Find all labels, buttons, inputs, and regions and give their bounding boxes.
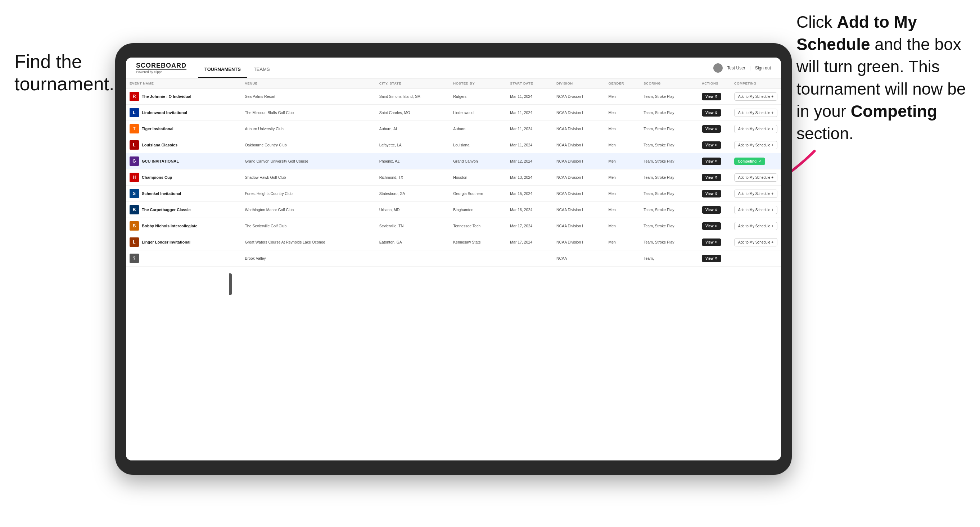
- hosted-cell: Tennessee Tech: [450, 218, 506, 234]
- view-button[interactable]: View ⊙: [702, 93, 722, 100]
- add-schedule-button[interactable]: Add to My Schedule +: [734, 141, 777, 149]
- tab-tournaments[interactable]: TOURNAMENTS: [198, 57, 247, 78]
- gender-cell: [605, 250, 640, 267]
- date-cell: Mar 17, 2024: [506, 218, 553, 234]
- event-name-cell: L Lindenwood Invitational: [126, 105, 241, 121]
- user-name: Test User: [727, 65, 745, 70]
- division-cell: NCAA Division I: [553, 234, 605, 250]
- venue-cell: Oakbourne Country Club: [241, 137, 375, 153]
- date-cell: Mar 13, 2024: [506, 170, 553, 186]
- view-button[interactable]: View ⊙: [702, 206, 722, 214]
- venue-cell: Forest Heights Country Club: [241, 186, 375, 202]
- add-schedule-button[interactable]: Add to My Schedule +: [734, 190, 777, 198]
- date-cell: Mar 11, 2024: [506, 89, 553, 105]
- date-cell: [506, 250, 553, 267]
- competing-cell: Add to My Schedule +: [730, 218, 781, 234]
- scoring-cell: Team, Stroke Play: [640, 170, 698, 186]
- competing-cell: Add to My Schedule +: [730, 121, 781, 137]
- hosted-cell: [450, 250, 506, 267]
- venue-cell: Sea Palms Resort: [241, 89, 375, 105]
- city-cell: Phoenix, AZ: [376, 153, 450, 170]
- city-cell: Saint Simons Island, GA: [376, 89, 450, 105]
- actions-cell: View ⊙: [698, 186, 730, 202]
- view-button[interactable]: View ⊙: [702, 141, 722, 149]
- view-button[interactable]: View ⊙: [702, 222, 722, 230]
- avatar: [713, 63, 723, 73]
- venue-cell: The Missouri Bluffs Golf Club: [241, 105, 375, 121]
- date-cell: Mar 16, 2024: [506, 202, 553, 218]
- date-cell: Mar 15, 2024: [506, 186, 553, 202]
- date-cell: Mar 11, 2024: [506, 121, 553, 137]
- venue-cell: Worthington Manor Golf Club: [241, 202, 375, 218]
- event-name: Bobby Nichols Intercollegiate: [142, 224, 197, 228]
- team-logo: B: [130, 205, 139, 214]
- view-button[interactable]: View ⊙: [702, 255, 722, 262]
- add-schedule-button[interactable]: Add to My Schedule +: [734, 173, 777, 182]
- view-button[interactable]: View ⊙: [702, 157, 722, 165]
- logo-area: SCOREBOARD Powered by clippd: [136, 62, 186, 74]
- event-name-cell: S Schenkel Invitational: [126, 186, 241, 202]
- gender-cell: Men: [605, 89, 640, 105]
- view-button[interactable]: View ⊙: [702, 174, 722, 181]
- event-name: The Carpetbagger Classic: [142, 208, 191, 212]
- view-button[interactable]: View ⊙: [702, 190, 722, 197]
- event-name: Tiger Invitational: [142, 127, 173, 131]
- event-name-cell: G GCU INVITATIONAL: [126, 153, 241, 170]
- col-venue: VENUE: [241, 78, 375, 89]
- add-schedule-button[interactable]: Add to My Schedule +: [734, 92, 777, 101]
- add-schedule-button[interactable]: Add to My Schedule +: [734, 238, 777, 246]
- col-event-name: EVENT NAME: [126, 78, 241, 89]
- event-name-cell: T Tiger Invitational: [126, 121, 241, 137]
- event-name-cell: ?: [126, 250, 241, 267]
- table-row: ? Brook ValleyNCAATeam,View ⊙: [126, 250, 781, 267]
- competing-cell: Add to My Schedule +: [730, 137, 781, 153]
- hosted-cell: Binghamton: [450, 202, 506, 218]
- date-cell: Mar 17, 2024: [506, 234, 553, 250]
- table-row: S Schenkel Invitational Forest Heights C…: [126, 186, 781, 202]
- app-header: SCOREBOARD Powered by clippd TOURNAMENTS…: [126, 57, 781, 78]
- team-logo: L: [130, 108, 139, 117]
- competing-cell: Add to My Schedule +: [730, 105, 781, 121]
- event-name: Lindenwood Invitational: [142, 110, 187, 115]
- add-schedule-button[interactable]: Add to My Schedule +: [734, 109, 777, 117]
- actions-cell: View ⊙: [698, 234, 730, 250]
- city-cell: [376, 250, 450, 267]
- division-cell: NCAA Division I: [553, 202, 605, 218]
- tablet-screen: SCOREBOARD Powered by clippd TOURNAMENTS…: [126, 57, 781, 460]
- gender-cell: Men: [605, 137, 640, 153]
- gender-cell: Men: [605, 105, 640, 121]
- signout-link[interactable]: Sign out: [755, 65, 771, 70]
- add-schedule-button[interactable]: Add to My Schedule +: [734, 206, 777, 214]
- venue-cell: The Sevierville Golf Club: [241, 218, 375, 234]
- nav-tabs: TOURNAMENTS TEAMS: [198, 57, 277, 78]
- city-cell: Lafayette, LA: [376, 137, 450, 153]
- table-row: G GCU INVITATIONAL Grand Canyon Universi…: [126, 153, 781, 170]
- add-schedule-button[interactable]: Add to My Schedule +: [734, 222, 777, 230]
- add-schedule-button[interactable]: Add to My Schedule +: [734, 125, 777, 133]
- tab-teams[interactable]: TEAMS: [247, 57, 277, 78]
- view-button[interactable]: View ⊙: [702, 125, 722, 133]
- table-header-row: EVENT NAME VENUE CITY, STATE HOSTED BY S…: [126, 78, 781, 89]
- date-cell: Mar 11, 2024: [506, 137, 553, 153]
- col-gender: GENDER: [605, 78, 640, 89]
- date-cell: Mar 11, 2024: [506, 105, 553, 121]
- competing-cell: Add to My Schedule +: [730, 234, 781, 250]
- table-row: B The Carpetbagger Classic Worthington M…: [126, 202, 781, 218]
- hosted-cell: Lindenwood: [450, 105, 506, 121]
- team-logo: B: [130, 221, 139, 230]
- event-name: Linger Longer Invitational: [142, 240, 190, 244]
- scoring-cell: Team,: [640, 250, 698, 267]
- view-button[interactable]: View ⊙: [702, 238, 722, 246]
- col-date: START DATE: [506, 78, 553, 89]
- scoring-cell: Team, Stroke Play: [640, 186, 698, 202]
- gender-cell: Men: [605, 186, 640, 202]
- city-cell: Urbana, MD: [376, 202, 450, 218]
- city-cell: Saint Charles, MO: [376, 105, 450, 121]
- scoring-cell: Team, Stroke Play: [640, 153, 698, 170]
- competing-button[interactable]: Competing ✓: [734, 157, 765, 165]
- tablet-side-toggle[interactable]: [229, 273, 232, 295]
- event-name: GCU INVITATIONAL: [142, 159, 179, 163]
- hosted-cell: Houston: [450, 170, 506, 186]
- view-button[interactable]: View ⊙: [702, 109, 722, 117]
- header-right: Test User | Sign out: [713, 63, 771, 73]
